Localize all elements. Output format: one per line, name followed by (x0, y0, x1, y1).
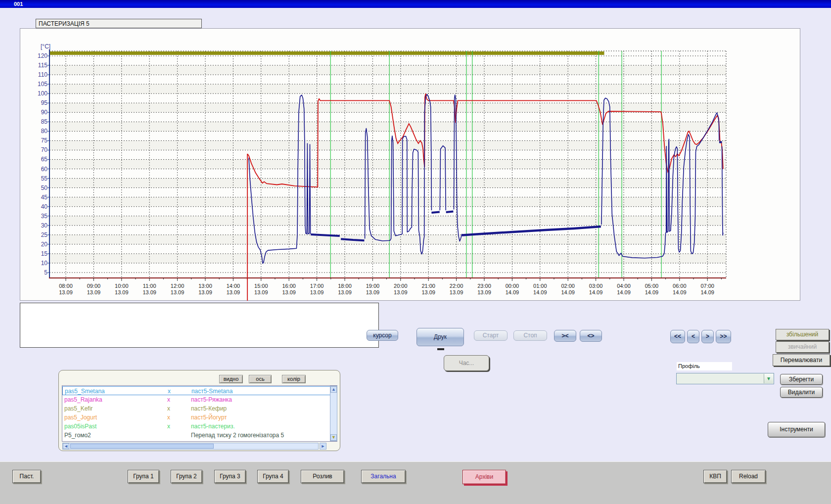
zoomed-mode-button[interactable]: збільшений (776, 329, 829, 340)
window-title: 001 (14, 1, 23, 7)
bottom-nav-6-button[interactable]: Розлив (301, 470, 344, 483)
y-tick-label: 105 (29, 81, 47, 88)
tag-axis-flag[interactable]: x (168, 387, 171, 396)
chevron-down-icon[interactable]: ▼ (764, 374, 773, 383)
tag-description: паст5-пастериз. (191, 422, 235, 431)
bottom-nav-4-button[interactable]: Група 3 (214, 470, 246, 483)
tag-axis-flag[interactable]: x (167, 422, 170, 431)
y-tick-label: 70 (29, 146, 47, 153)
y-tick-label: 90 (29, 109, 47, 116)
nav-fast-forward-button[interactable]: >> (716, 330, 731, 343)
tag-description: Перепад тиску 2 гомогенізатора 5 (191, 431, 284, 440)
bottom-nav-2-button[interactable]: Група 1 (128, 470, 159, 483)
legend-color-column-button[interactable]: колір (282, 375, 306, 383)
redraw-button[interactable]: Перемалювати (773, 354, 830, 366)
tag-name: pas5_Rajanka (64, 395, 102, 404)
plot-area[interactable] (47, 47, 730, 303)
legend-list[interactable]: pas5_Smetanaxпаст5-Smetanapas5_Rajankaxп… (62, 385, 337, 442)
time-button[interactable]: Час... (444, 355, 489, 371)
y-tick-label: 120 (29, 52, 47, 59)
legend-visible-column-button[interactable]: видно (219, 375, 243, 383)
y-tick-label: 110 (29, 71, 47, 78)
bottom-nav-10-button[interactable]: Reload (731, 470, 766, 483)
start-button[interactable]: Старт (474, 330, 508, 341)
scroll-right-icon[interactable]: ► (320, 443, 326, 450)
bottom-nav-8-button[interactable]: Архіви (462, 470, 506, 484)
legend-row[interactable]: pas05isPastxпаст5-пастериз. (62, 422, 337, 431)
y-tick-label: 5 (29, 269, 47, 276)
legend-row[interactable]: pas5_Rajankaxпаст5-Ряжанка (62, 395, 337, 404)
tag-description: паст5-Smetana (191, 387, 232, 396)
zoom-x-button[interactable]: >< (554, 330, 576, 342)
y-tick-label: 80 (29, 128, 47, 135)
print-button[interactable]: Друк (416, 328, 464, 346)
legend-horizontal-scrollbar[interactable]: ◄ (62, 443, 319, 450)
application-window: 001 ПАСТЕРИЗАЦІЯ 5 [°C] 1201151101051009… (0, 0, 831, 504)
y-tick-label: 40 (29, 203, 47, 210)
nav-forward-button[interactable]: > (701, 330, 714, 343)
legend-row[interactable]: P5_гомо2Перепад тиску 2 гомогенізатора 5 (62, 431, 337, 440)
legend-row[interactable]: pas5_Kefirxпаст5-Кефир (62, 404, 337, 413)
scroll-left-icon[interactable]: ◄ (63, 443, 69, 449)
plot-svg[interactable] (47, 47, 730, 303)
bottom-nav-7-button[interactable]: Загальна (361, 470, 406, 483)
profile-label: Профіль (677, 362, 732, 370)
tools-button[interactable]: Інструменти (768, 422, 825, 437)
tag-description: паст5-Ряжанка (191, 395, 232, 404)
y-tick-label: 50 (29, 184, 47, 191)
y-tick-label: 65 (29, 156, 47, 163)
page-title: ПАСТЕРИЗАЦІЯ 5 (36, 19, 202, 28)
delete-profile-button[interactable]: Видалити (780, 387, 823, 398)
y-tick-label: 20 (29, 241, 47, 248)
tag-name: P5_гомо2 (64, 431, 91, 440)
y-tick-label: 45 (29, 194, 47, 201)
scroll-down-icon[interactable]: ▼ (330, 434, 337, 441)
tag-name: pas5_Jogurt (64, 413, 97, 422)
y-tick-label: 95 (29, 99, 47, 106)
y-tick-label: 35 (29, 213, 47, 220)
tag-name: pas5_Smetana (65, 387, 105, 396)
y-tick-label: 100 (29, 90, 47, 97)
print-button-marker (437, 348, 444, 350)
legend-row[interactable]: pas5_Jogurtxпаст5-Йогурт (62, 413, 337, 422)
tag-axis-flag[interactable]: x (167, 404, 170, 413)
tag-axis-flag[interactable]: x (167, 413, 170, 422)
tag-description: паст5-Йогурт (191, 413, 227, 422)
tag-description: паст5-Кефир (191, 404, 227, 413)
normal-mode-button[interactable]: звичайний (776, 341, 829, 353)
tag-axis-flag[interactable]: x (167, 395, 170, 404)
message-box (20, 303, 379, 348)
bottom-nav-5-button[interactable]: Група 4 (257, 470, 289, 483)
tag-name: pas5_Kefir (64, 404, 92, 413)
y-tick-label: 10 (29, 260, 47, 267)
nav-back-button[interactable]: < (687, 330, 699, 343)
profile-dropdown[interactable]: ▼ (676, 373, 774, 384)
save-profile-button[interactable]: Зберегти (780, 374, 823, 385)
y-tick-label: 25 (29, 231, 47, 238)
y-tick-label: 15 (29, 250, 47, 257)
stop-button[interactable]: Стоп (513, 330, 547, 341)
legend-vertical-scrollbar[interactable]: ▲ ▼ (330, 386, 337, 441)
zoom-xy-button[interactable]: <> (580, 330, 602, 342)
y-tick-label: 115 (29, 62, 47, 69)
y-tick-label: 55 (29, 175, 47, 182)
bottom-nav-1-button[interactable]: Паст. (12, 470, 41, 483)
nav-fast-back-button[interactable]: << (670, 330, 685, 343)
scroll-up-icon[interactable]: ▲ (330, 386, 337, 393)
y-tick-label: 30 (29, 222, 47, 229)
legend-row[interactable]: pas5_Smetanaxпаст5-Smetana (62, 386, 337, 395)
bottom-nav-3-button[interactable]: Група 2 (171, 470, 202, 483)
window-titlebar[interactable]: 001 (0, 0, 831, 8)
tag-name: pas05isPast (64, 422, 96, 431)
legend-axis-column-button[interactable]: ось (249, 375, 272, 383)
y-tick-label: 75 (29, 137, 47, 144)
cursor-button[interactable]: курсор (367, 330, 398, 341)
scrollbar-thumb[interactable] (70, 444, 214, 449)
bottom-nav-9-button[interactable]: КВП (703, 470, 727, 483)
y-tick-label: 60 (29, 166, 47, 173)
y-tick-label: 85 (29, 118, 47, 125)
